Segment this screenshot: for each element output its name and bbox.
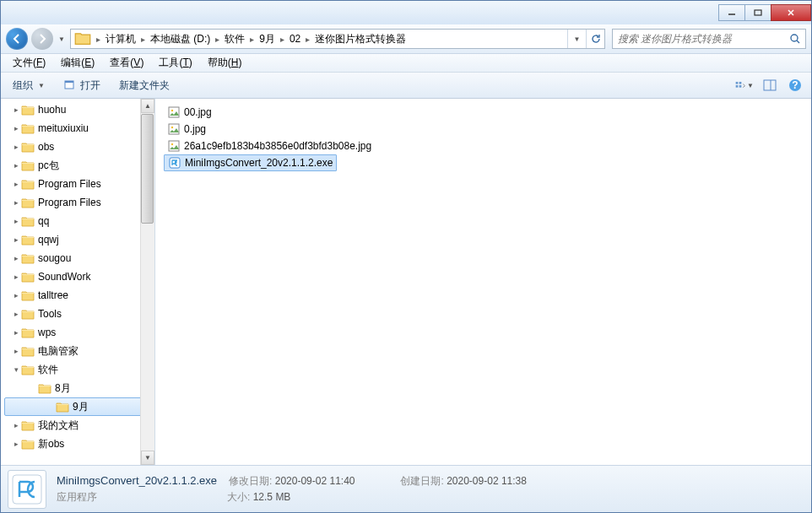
address-dropdown[interactable]: ▼ [567, 30, 586, 48]
tree-item[interactable]: ▸qq [1, 212, 154, 230]
file-item[interactable]: 0.jpg [164, 121, 209, 138]
search-input[interactable] [613, 33, 785, 45]
chevron-down-icon[interactable]: ▾ [11, 365, 21, 374]
chevron-right-icon[interactable]: ▸ [11, 124, 21, 132]
maximize-button[interactable] [744, 4, 771, 21]
tree-item[interactable]: ▸huohu [1, 100, 154, 119]
tree-item[interactable]: ▸新obs [1, 435, 154, 453]
chevron-right-icon[interactable]: ▸ [11, 217, 21, 225]
tree-item[interactable]: ▸qqwj [1, 230, 154, 249]
tree-item[interactable]: ▸Tools [1, 305, 154, 323]
tree-item[interactable]: 9月 [4, 397, 151, 416]
nav-history-dropdown[interactable]: ▼ [57, 35, 67, 43]
tree-item-label: sougou [38, 252, 71, 264]
preview-pane-button[interactable] [761, 78, 779, 93]
chevron-right-icon[interactable]: ▸ [11, 143, 21, 151]
tree-item-label: obs [38, 141, 54, 153]
tree-item-label: 9月 [73, 400, 89, 414]
crumb-folder[interactable]: 02 [286, 33, 304, 45]
chevron-right-icon[interactable]: ▸ [11, 198, 21, 207]
file-item[interactable]: 26a1c9efb183b4b3856e0df3bfd3b08e.jpg [164, 138, 375, 154]
close-button[interactable] [771, 4, 811, 21]
title-bar[interactable] [1, 1, 811, 24]
chevron-right-icon[interactable]: ▸ [11, 310, 21, 318]
crumb-folder[interactable]: 软件 [221, 32, 248, 46]
crumb-drive[interactable]: 本地磁盘 (D:) [147, 32, 214, 46]
chevron-right-icon[interactable]: ▸ [11, 347, 21, 355]
crumb-folder[interactable]: 迷你图片格式转换器 [311, 32, 409, 46]
chevron-right-icon[interactable]: ▸ [11, 180, 21, 188]
chevron-right-icon[interactable]: ▸ [95, 35, 102, 44]
file-name-label: 0.jpg [184, 123, 206, 135]
chevron-right-icon[interactable]: ▸ [11, 254, 21, 262]
svg-point-17 [171, 110, 173, 111]
chevron-right-icon[interactable]: ▸ [304, 35, 311, 44]
chevron-right-icon[interactable]: ▸ [279, 35, 286, 44]
menu-help[interactable]: 帮助(H) [201, 54, 249, 72]
detail-modified-value: 2020-09-02 11:40 [275, 475, 355, 487]
chevron-right-icon[interactable]: ▸ [214, 35, 221, 44]
refresh-button[interactable] [586, 30, 604, 48]
tree-item[interactable]: ▸wps [1, 323, 154, 342]
minimize-button[interactable] [718, 4, 745, 21]
chevron-right-icon[interactable]: ▸ [11, 291, 21, 300]
menu-file[interactable]: 文件(F) [6, 54, 52, 72]
view-options-button[interactable]: ▼ [735, 78, 754, 93]
tree-item[interactable]: ▸我的文档 [1, 416, 154, 435]
menu-tools[interactable]: 工具(T) [152, 54, 198, 72]
tree-item[interactable]: ▸sougou [1, 249, 154, 267]
menu-edit[interactable]: 编辑(E) [54, 54, 101, 72]
file-list-pane[interactable]: 00.jpg0.jpg26a1c9efb183b4b3856e0df3bfd3b… [155, 99, 811, 465]
folder-icon [21, 215, 35, 227]
menu-view[interactable]: 查看(V) [103, 54, 150, 72]
nav-bar: ▼ ▸ 计算机 ▸ 本地磁盘 (D:) ▸ 软件 ▸ 9月 ▸ 02 ▸ 迷你图… [1, 24, 811, 53]
tree-item[interactable]: ▸pc包 [1, 156, 154, 175]
file-item[interactable]: MiniImgsConvert_20v2.1.1.2.exe [164, 154, 337, 171]
chevron-right-icon[interactable]: ▸ [11, 273, 21, 281]
chevron-right-icon[interactable]: ▸ [11, 161, 21, 170]
tree-item[interactable]: ▸talltree [1, 286, 154, 305]
help-button[interactable]: ? [786, 78, 804, 93]
window-controls [719, 4, 811, 21]
search-box[interactable] [612, 29, 806, 49]
forward-button[interactable] [31, 28, 53, 50]
crumb-folder[interactable]: 9月 [256, 32, 279, 46]
sidebar-scrollbar[interactable]: ▲ ▼ [140, 99, 154, 465]
tree-item[interactable]: ▸电脑管家 [1, 342, 154, 360]
chevron-right-icon[interactable]: ▸ [11, 328, 21, 337]
tree-item-label: pc包 [38, 159, 59, 173]
scroll-up-button[interactable]: ▲ [141, 99, 154, 113]
tree-item[interactable]: ▾软件 [1, 360, 154, 379]
chevron-right-icon[interactable]: ▸ [248, 35, 256, 44]
new-folder-button[interactable]: 新建文件夹 [114, 77, 175, 94]
file-name-label: 00.jpg [184, 106, 212, 118]
back-button[interactable] [6, 28, 28, 50]
search-icon[interactable] [785, 30, 805, 48]
chevron-right-icon[interactable]: ▸ [139, 35, 147, 44]
tree-item[interactable]: ▸Program Files [1, 175, 154, 193]
address-bar[interactable]: ▸ 计算机 ▸ 本地磁盘 (D:) ▸ 软件 ▸ 9月 ▸ 02 ▸ 迷你图片格… [70, 29, 605, 49]
scroll-thumb[interactable] [141, 114, 154, 224]
organize-button[interactable]: 组织▼ [8, 77, 50, 94]
svg-rect-20 [169, 141, 179, 151]
chevron-right-icon[interactable]: ▸ [11, 421, 21, 429]
tree-item[interactable]: ▸Program Files [1, 193, 154, 212]
tree-item[interactable]: ▸obs [1, 138, 154, 156]
open-icon [63, 78, 77, 93]
tree-item[interactable]: ▸meituxiuxiu [1, 119, 154, 138]
detail-created-label: 创建日期: [400, 475, 443, 487]
file-name-label: MiniImgsConvert_20v2.1.1.2.exe [185, 157, 333, 169]
folder-icon [21, 289, 35, 301]
open-button[interactable]: 打开 [58, 77, 106, 94]
scroll-down-button[interactable]: ▼ [141, 451, 154, 465]
svg-text:?: ? [792, 79, 798, 91]
folder-icon [21, 419, 35, 431]
chevron-right-icon[interactable]: ▸ [11, 105, 21, 114]
tree-item[interactable]: ▸SoundWork [1, 267, 154, 286]
file-item[interactable]: 00.jpg [164, 104, 215, 121]
crumb-computer[interactable]: 计算机 [102, 32, 139, 46]
tree-item[interactable]: 8月 [1, 379, 154, 397]
chevron-right-icon[interactable]: ▸ [11, 235, 21, 244]
navigation-pane[interactable]: ▸huohu▸meituxiuxiu▸obs▸pc包▸Program Files… [1, 99, 154, 465]
chevron-right-icon[interactable]: ▸ [11, 440, 21, 448]
